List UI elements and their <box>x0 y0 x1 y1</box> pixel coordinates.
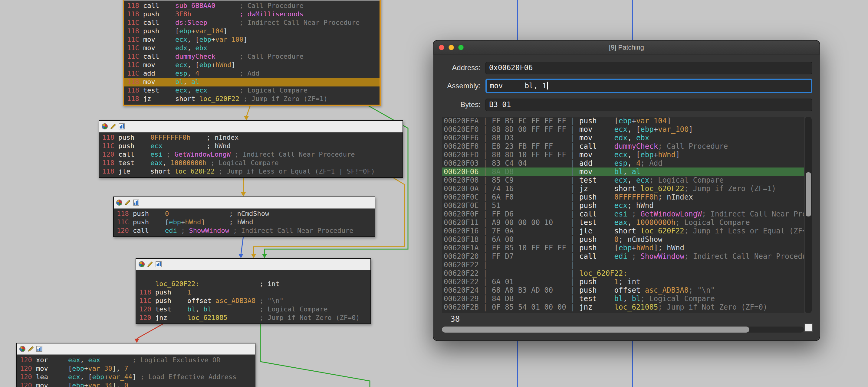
listing-line[interactable]: 00620F29 | 84 DB | test bl, bl; Logical … <box>442 294 804 303</box>
listing-line[interactable]: 00620EEA | FF B5 FC FE FF FF | push [ebp… <box>442 117 804 125</box>
asm-line[interactable]: 11C call ds:Sleep ; Indirect Call Near P… <box>124 19 379 27</box>
ida-graph-view: 118 call sub_6BBAA0 ; Call Procedure118 … <box>0 0 868 387</box>
asm-line[interactable]: 120 lea ecx, [ebp+var_44] ; Load Effecti… <box>17 373 255 382</box>
graph-node-0[interactable]: 118 call sub_6BBAA0 ; Call Procedure118 … <box>123 0 381 106</box>
listing-line[interactable]: 00620F22 | | <box>442 260 804 269</box>
listing-line[interactable]: 00620F0C | 6A F0 | push 0FFFFFFF0h; nInd… <box>442 193 804 201</box>
listing-line[interactable]: 00620F18 | 6A 00 | push 0; nCmdShow <box>442 235 804 244</box>
asm-line[interactable]: 118 push [ebp+var_104] <box>124 27 379 36</box>
token-sp: 118 <box>127 27 143 35</box>
listing-line[interactable]: 00620F2B | 0F 85 54 01 00 00 | jnz loc_6… <box>442 303 804 311</box>
pie-chart-icon[interactable] <box>102 124 108 130</box>
listing-line[interactable]: 00620F11 | A9 00 00 00 10 | test eax, 10… <box>442 218 804 227</box>
listing-line[interactable]: 00620F24 | 68 A8 B3 AD 00 | push offset … <box>442 286 804 294</box>
resize-grip[interactable] <box>804 323 813 332</box>
listing-line[interactable]: 00620F0A | 74 16 | jz short loc_620F22; … <box>442 184 804 193</box>
asm-line[interactable]: 118 push 0FFFFFFF0h ; nIndex <box>99 134 403 142</box>
asm-line[interactable]: 11C push offset asc_ADB3A8 ; "\n" <box>136 297 370 305</box>
token-reg: ebp <box>72 382 84 387</box>
asm-line[interactable]: 118 mov bl, al <box>124 78 379 86</box>
listing-line[interactable]: 00620F20 | FF D7 | call edi ; ShowWindow… <box>442 252 804 260</box>
asm-line[interactable]: 120 mov [ebp+var_34], 0 <box>17 382 255 387</box>
asm-line[interactable]: 118 test ecx, ecx ; Logical Compare <box>124 86 379 95</box>
chart-icon[interactable] <box>156 261 162 267</box>
asm-line[interactable]: 11C push ecx ; hWnd <box>99 142 403 150</box>
asm-line[interactable]: 120 test bl, bl ; Logical Compare <box>136 305 370 314</box>
edit-icon[interactable] <box>125 200 131 206</box>
asm-line[interactable]: 118 call sub_6BBAA0 ; Call Procedure <box>124 2 379 10</box>
token-mn: add <box>143 70 175 77</box>
vertical-scrollbar-thumb[interactable] <box>806 172 811 216</box>
listing-line[interactable]: 00620F22 | 6A 01 | push 1; int <box>442 278 804 286</box>
asm-line[interactable]: 11C mov edx, ebx <box>124 44 379 52</box>
asm-line[interactable]: 118 push 0 ; nCmdShow <box>114 210 375 218</box>
pie-chart-icon[interactable] <box>19 346 25 352</box>
token-mn: mov <box>143 44 175 52</box>
listing-line[interactable]: 00620EF8 | E8 23 FB FF FF | call dummyCh… <box>442 142 804 150</box>
chart-icon[interactable] <box>119 124 125 130</box>
asm-line[interactable]: 118 push 1 <box>136 288 370 297</box>
graph-node-titlebar[interactable] <box>136 259 370 270</box>
listing-line[interactable]: 00620EFD | 8B 8D 10 FF FF FF | mov ecx, … <box>442 150 804 159</box>
asm-line[interactable]: 11C mov ecx, [ebp+var_100] <box>124 36 379 44</box>
address-field[interactable]: 0x00620F06 <box>486 62 812 74</box>
asm-line[interactable]: 120 jnz loc_621085 ; Jump if Not Zero (Z… <box>136 314 370 322</box>
asm-line[interactable]: 11C call dummyCheck ; Call Procedure <box>124 52 379 61</box>
window-titlebar[interactable]: [9] Patching <box>433 40 819 55</box>
graph-node-titlebar[interactable] <box>114 197 375 209</box>
graph-node-1[interactable]: 118 push 0FFFFFFF0h ; nIndex11C push ecx… <box>99 120 403 178</box>
horizontal-scrollbar[interactable] <box>442 326 804 332</box>
asm-line[interactable]: 118 jz short loc_620F22 ; Jump if Zero (… <box>124 95 379 103</box>
zoom-button[interactable] <box>458 44 464 50</box>
listing-line[interactable]: 00620F06 | 8A D8 | mov bl, al <box>442 168 804 176</box>
graph-node-titlebar[interactable] <box>99 121 403 133</box>
horizontal-scrollbar-thumb[interactable] <box>442 326 749 332</box>
graph-node-4[interactable]: 120 xor eax, eax ; Logical Exclusive OR1… <box>17 343 255 387</box>
asm-line[interactable]: 11C mov ecx, [ebp+hWnd] <box>124 61 379 70</box>
asm-line[interactable]: 120 call esi ; GetWindowLongW ; Indirect… <box>99 150 403 159</box>
listing-line[interactable]: 00620F16 | 7E 0A | jle short loc_620F22;… <box>442 227 804 235</box>
vertical-scrollbar[interactable] <box>805 117 812 313</box>
asm-line[interactable]: 118 push 3E8h ; dwMilliseconds <box>124 10 379 19</box>
minimize-button[interactable] <box>448 44 454 50</box>
edit-icon[interactable] <box>28 346 34 352</box>
listing-line[interactable]: 00620F0E | 51 | push ecx; hWnd <box>442 201 804 210</box>
listing-line[interactable]: 00620F08 | 85 C9 | test ecx, ecx; Logica… <box>442 176 804 184</box>
token-sp: 11C <box>127 52 143 61</box>
asm-line[interactable]: loc_620F22: ; int <box>136 280 370 288</box>
chart-icon[interactable] <box>133 200 139 206</box>
token-mn: push <box>118 134 150 141</box>
edit-icon[interactable] <box>147 261 153 267</box>
listing-line[interactable]: 00620EF0 | 8B 8D 00 FF FF FF | mov ecx, … <box>442 125 804 134</box>
asm-line[interactable] <box>136 272 370 280</box>
token-sp: 118 <box>127 2 143 10</box>
listing-line[interactable]: 00620EF6 | 8B D3 | mov edx, ebx <box>442 134 804 142</box>
pie-chart-icon[interactable] <box>138 261 145 267</box>
asm-line[interactable]: 118 test eax, 10000000h ; Logical Compar… <box>99 159 403 168</box>
graph-node-2[interactable]: 118 push 0 ; nCmdShow11C push [ebp+hWnd]… <box>113 197 375 237</box>
chart-icon[interactable] <box>36 346 42 352</box>
asm-line[interactable]: 120 xor eax, eax ; Logical Exclusive OR <box>17 356 255 365</box>
patch-listing[interactable]: 00620EEA | FF B5 FC FE FF FF | push [ebp… <box>442 117 804 313</box>
graph-node-3[interactable]: loc_620F22: ; int118 push 111C push offs… <box>135 258 371 324</box>
assembly-field[interactable]: mov bl, 1 <box>486 79 812 93</box>
token-addr: 00620F0F <box>444 210 479 218</box>
listing-line[interactable]: 00620F22 | | loc_620F22: <box>442 269 804 278</box>
asm-line[interactable]: 120 mov [ebp+var_30], 7 <box>17 365 255 373</box>
token-sep: | <box>566 286 579 294</box>
listing-line[interactable]: 00620F0F | FF D6 | call esi ; GetWindowL… <box>442 210 804 218</box>
graph-node-titlebar[interactable] <box>17 344 255 355</box>
asm-line[interactable]: 120 call edi ; ShowWindow ; Indirect Cal… <box>114 227 375 235</box>
close-button[interactable] <box>439 44 444 50</box>
asm-line[interactable]: 11C push [ebp+hWnd] ; hWnd <box>114 218 375 227</box>
listing-line[interactable]: 00620F1A | FF B5 10 FF FF FF | push [ebp… <box>442 244 804 252</box>
pie-chart-icon[interactable] <box>116 200 122 206</box>
asm-line[interactable]: 118 jle short loc_620F22 ; Jump if Less … <box>99 168 403 176</box>
bytes-field[interactable]: B3 01 <box>486 99 812 111</box>
token-pun: ] <box>676 150 680 159</box>
token-addr: 00620F2B <box>444 303 479 311</box>
token-addr: 00620F1A <box>444 244 479 252</box>
asm-line[interactable]: 11C add esp, 4 ; Add <box>124 70 379 78</box>
edit-icon[interactable] <box>110 124 116 130</box>
listing-line[interactable]: 00620F03 | 83 C4 04 | add esp, 4; Add <box>442 159 804 168</box>
